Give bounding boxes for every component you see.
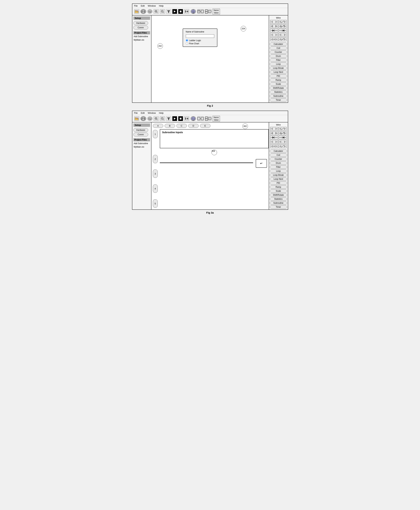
- fig3a-play-icon[interactable]: [172, 116, 177, 121]
- fig3a-menu-window[interactable]: Window: [148, 112, 156, 114]
- contact-rt[interactable]: ↑: [270, 33, 278, 37]
- add-subroutine-link[interactable]: Add Subroutine: [133, 35, 150, 38]
- coil-btn[interactable]: Coil: [270, 46, 287, 50]
- fig3a-filter-btn[interactable]: Filter: [270, 165, 287, 169]
- menu-file[interactable]: File: [134, 5, 138, 7]
- tag-icon[interactable]: tag: [147, 9, 152, 14]
- name-value-toggle[interactable]: Name Value: [212, 9, 220, 15]
- fig3a-network-icon[interactable]: ON: [190, 116, 196, 121]
- calculator-btn[interactable]: Calculator: [270, 42, 287, 46]
- fig3a-subroutine-btn[interactable]: Subroutine: [270, 201, 287, 205]
- fig3a-stop-icon[interactable]: [178, 116, 183, 121]
- fig3a-drum-btn[interactable]: Drum: [270, 161, 287, 165]
- zoom-out-icon[interactable]: [160, 9, 165, 14]
- contact-ft[interactable]: ↓: [279, 33, 287, 37]
- fig3a-folder-icon[interactable]: [134, 116, 139, 121]
- fig3a-loop-break-btn[interactable]: Loop Break: [270, 173, 287, 177]
- connections2-icon[interactable]: [205, 9, 211, 14]
- row-5[interactable]: 5: [153, 199, 158, 208]
- fig3a-timer-btn[interactable]: Timer: [270, 205, 287, 209]
- stop-icon[interactable]: [178, 9, 183, 14]
- fig3a-mymain-link[interactable]: MyMain.vio: [133, 146, 150, 148]
- contact-dn-2[interactable]: [279, 37, 287, 41]
- network-icon[interactable]: ON: [190, 9, 196, 14]
- loop-btn[interactable]: Loop: [270, 62, 287, 66]
- fig3a-calculator-btn[interactable]: Calculator: [270, 149, 287, 153]
- radio-ladder-input[interactable]: [186, 39, 188, 41]
- fig3a-zoom-in-icon[interactable]: [154, 116, 159, 121]
- fig3a-step-back-icon[interactable]: [184, 116, 189, 121]
- tab-b[interactable]: B: [165, 124, 175, 128]
- print-icon[interactable]: [140, 9, 146, 14]
- fig3a-contact-nc-1[interactable]: [279, 127, 287, 131]
- radio-ladder[interactable]: Ladder Logic: [186, 39, 214, 42]
- subroutine-btn[interactable]: Subroutine: [270, 94, 287, 98]
- fig3a-zoom-out-icon[interactable]: [160, 116, 165, 121]
- menu-edit[interactable]: Edit: [141, 5, 144, 7]
- fig3a-contact-rt[interactable]: ↑: [270, 140, 278, 144]
- hardware-btn[interactable]: Hardware: [133, 21, 148, 25]
- menu-help[interactable]: Help: [159, 5, 164, 7]
- fig3a-loop-btn[interactable]: Loop: [270, 169, 287, 173]
- pid-btn[interactable]: PID: [270, 74, 287, 78]
- row-2[interactable]: 2 Rung #1: [153, 155, 158, 163]
- row-1[interactable]: 1: [153, 130, 158, 138]
- row-4[interactable]: 4: [153, 185, 158, 193]
- menu-window[interactable]: Window: [148, 5, 156, 7]
- contact-no-1[interactable]: [270, 20, 278, 24]
- counter-btn[interactable]: Counter: [270, 50, 287, 54]
- tab-d[interactable]: D: [188, 124, 199, 128]
- fig3a-connections2-icon[interactable]: [205, 116, 211, 121]
- fig3a-add-subroutine-link[interactable]: Add Subroutine: [133, 142, 150, 145]
- contact-nc-1[interactable]: [279, 20, 287, 24]
- tab-e[interactable]: E: [200, 124, 210, 128]
- contact-double-1[interactable]: [270, 24, 278, 28]
- fig3a-menu-file[interactable]: File: [134, 112, 138, 114]
- statistics-btn[interactable]: Statistics: [270, 90, 287, 94]
- fig3a-coil-btn[interactable]: Coil: [270, 153, 287, 157]
- fig3a-contact-double-nc[interactable]: [279, 131, 287, 135]
- fig3a-contact-neg[interactable]: [279, 136, 287, 139]
- fig3a-loop-next-btn[interactable]: Loop Next: [270, 177, 287, 181]
- connections-icon[interactable]: [197, 9, 204, 14]
- step-back-icon[interactable]: [184, 9, 189, 14]
- contact-neg[interactable]: [279, 29, 287, 32]
- fig3a-contact-double-1[interactable]: [270, 131, 278, 135]
- fig3a-hardware-btn[interactable]: Hardware: [133, 128, 148, 132]
- fig3a-pid-btn[interactable]: PID: [270, 181, 287, 185]
- contact-dn-1[interactable]: [270, 37, 278, 41]
- folder-icon[interactable]: [134, 9, 139, 14]
- fig3a-scale-btn[interactable]: Scale: [270, 189, 287, 193]
- shift-rotate-btn[interactable]: Shift/Rotate: [270, 86, 287, 90]
- loop-break-btn[interactable]: Loop Break: [270, 66, 287, 70]
- comm-btn[interactable]: Comm: [133, 26, 148, 30]
- fig3a-print-icon[interactable]: [140, 116, 146, 121]
- timer-btn[interactable]: Timer: [270, 98, 287, 102]
- drum-btn[interactable]: Drum: [270, 54, 287, 58]
- filter-icon[interactable]: [166, 9, 171, 14]
- fig3a-shift-rotate-btn[interactable]: Shift/Rotate: [270, 193, 287, 197]
- fig3a-tag-icon[interactable]: tag: [147, 116, 152, 121]
- radio-flowchart-input[interactable]: [186, 42, 188, 45]
- fig3a-statistics-btn[interactable]: Statistics: [270, 197, 287, 201]
- row-3[interactable]: 3: [153, 170, 158, 178]
- scale-btn[interactable]: Scale: [270, 82, 287, 86]
- fig3a-comm-btn[interactable]: Comm: [133, 133, 148, 137]
- ramp-btn[interactable]: Ramp: [270, 78, 287, 82]
- fig3a-filter-icon[interactable]: [166, 116, 171, 121]
- fig3a-menu-edit[interactable]: Edit: [141, 112, 144, 114]
- radio-flowchart[interactable]: Flow Chart: [186, 42, 214, 45]
- contact-double-nc[interactable]: [279, 24, 287, 28]
- fig3a-contact-dn-1[interactable]: [270, 144, 278, 148]
- zoom-in-icon[interactable]: [154, 9, 159, 14]
- contact-pos[interactable]: [270, 29, 278, 32]
- mymain-link[interactable]: MyMain.vio: [133, 39, 150, 41]
- rung-coil[interactable]: ↵: [256, 159, 267, 168]
- subroutine-name-input[interactable]: [186, 34, 214, 38]
- fig3a-contact-no-1[interactable]: [270, 127, 278, 131]
- play-icon[interactable]: [172, 9, 177, 14]
- fig3a-counter-btn[interactable]: Counter: [270, 157, 287, 161]
- tab-c[interactable]: C: [176, 124, 187, 128]
- fig3a-contact-pos[interactable]: [270, 136, 278, 139]
- filter-btn[interactable]: Filter: [270, 58, 287, 62]
